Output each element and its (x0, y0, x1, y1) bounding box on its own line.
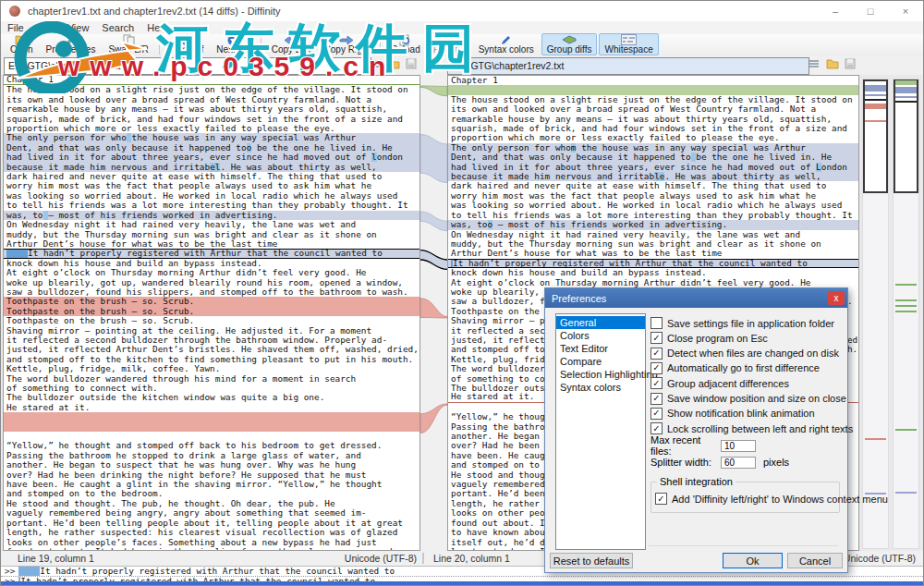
text-line[interactable]: He stood and thought. The pub, he though… (4, 499, 419, 508)
text-line[interactable]: proportion which more or less exactly fa… (448, 133, 858, 142)
save-file-icon[interactable] (406, 58, 417, 69)
selected-diff-line[interactable]: It hadn’t properly registered with Arthu… (448, 259, 858, 268)
overview-diff-mark[interactable] (865, 85, 886, 92)
text-line[interactable]: its own and looked over a broad spread o… (448, 104, 858, 114)
preferences-button[interactable]: Preferences (40, 33, 101, 55)
text-line[interactable]: The word bulldozer wandered through his … (4, 374, 419, 384)
menu-search[interactable]: Search (95, 22, 140, 33)
ok-button[interactable]: Ok (723, 553, 783, 568)
text-line[interactable]: portant. He’d been telling people about … (4, 519, 419, 528)
line-list-icon[interactable] (370, 58, 382, 69)
save-file-icon[interactable] (845, 58, 856, 69)
reset-defaults-button[interactable]: Reset to defaults (550, 553, 633, 568)
text-line[interactable]: over? Had he been drinking the night bef… (4, 470, 419, 480)
open-file-icon[interactable] (387, 58, 400, 69)
text-line[interactable]: because it made him nervous and irritabe… (4, 163, 419, 172)
menu-edit[interactable]: Edit (30, 22, 61, 33)
overview-diff-mark[interactable] (895, 429, 917, 431)
overview-diff-mark[interactable] (865, 438, 886, 440)
left-viewport-box[interactable] (863, 79, 888, 193)
menu-file[interactable]: File (1, 22, 30, 33)
menu-help[interactable]: Help (140, 22, 175, 33)
text-line[interactable]: On Wednesday night it had rained very he… (4, 220, 419, 229)
selected-diff-line[interactable]: It hadn’t properly registered with Arthu… (4, 249, 419, 258)
checked-checkbox[interactable]: ✓ (650, 348, 663, 360)
field-input[interactable]: 60 (721, 457, 756, 469)
text-line[interactable]: saw a bulldozer, found his slippers, and… (4, 287, 419, 297)
right-overview-strip[interactable] (893, 79, 919, 549)
text-line[interactable]: The house stood on a slight rise just on… (448, 95, 858, 104)
left-file-path-input[interactable]: E:\HGTG\chapter1rev1.txt (4, 57, 371, 75)
overview-diff-mark[interactable] (865, 99, 886, 101)
text-line[interactable]: dark haired and never quite at ease with… (4, 172, 419, 181)
overview-diff-mark[interactable] (895, 492, 917, 494)
text-line[interactable]: muddy, but the Thursday morning sun was … (448, 239, 858, 249)
left-text-pane[interactable]: Chapter 1The house stood on a slight ris… (3, 75, 420, 551)
minimize-button[interactable]: – (818, 1, 853, 21)
checked-checkbox[interactable]: ✓ (650, 362, 663, 374)
preferences-nav-selection-highlighting[interactable]: Selection Highlighting (556, 368, 645, 381)
text-line[interactable]: The only person for who the house was in… (4, 133, 419, 142)
unchecked-checkbox[interactable] (650, 317, 663, 329)
left-overview-strip[interactable] (862, 79, 889, 549)
text-line[interactable]: justed, it reflected Arthur Dent’s brist… (4, 345, 419, 354)
reload-button[interactable]: Reload (385, 33, 426, 55)
right-file-path-input[interactable]: E:\HGTG\chapter1rev2.txt (447, 57, 809, 75)
overview-diff-mark[interactable] (895, 87, 917, 93)
maximize-button[interactable]: □ (853, 1, 888, 21)
text-line[interactable]: Passing the bathroom he stopped to drink… (4, 451, 419, 460)
checked-checkbox[interactable]: ✓ (650, 332, 663, 344)
text-line[interactable]: remarkable house by any means – it was a… (4, 104, 419, 114)
text-line[interactable]: to tell his friends was a lot more inter… (448, 211, 858, 220)
text-line[interactable]: Dent, and that was only because it happe… (448, 153, 858, 162)
syntax-colors-button[interactable]: Syntax colors (473, 33, 540, 55)
text-line[interactable]: Dent, and that was only because it happe… (4, 143, 419, 153)
text-line[interactable]: another. He began to suspect that he was… (4, 460, 419, 470)
text-line[interactable]: On Wednesday night it had rained very he… (448, 230, 858, 239)
next-diff-button[interactable]: Next diff (211, 33, 256, 55)
overview-diff-mark[interactable] (895, 284, 917, 286)
checked-checkbox[interactable]: ✓ (650, 377, 663, 389)
line-list-icon[interactable] (808, 58, 821, 69)
checked-checkbox[interactable]: ✓ (650, 393, 663, 405)
text-line[interactable] (4, 422, 419, 432)
text-line[interactable]: dark haired and never quite at ease with… (448, 181, 858, 190)
text-line[interactable]: remarkable house by any means – it was a… (448, 115, 858, 124)
text-line[interactable]: Shaving mirror – pointing at the ceiling… (4, 326, 419, 336)
overview-diff-mark[interactable] (865, 94, 886, 96)
overview-diff-mark[interactable] (895, 299, 917, 301)
prev-diff-button[interactable]: Prev diff (164, 33, 210, 55)
text-line[interactable]: squarish, made of brick, and had four wi… (448, 124, 858, 133)
text-line[interactable]: looks on other people’s faces. Something… (4, 538, 419, 547)
group-diffs-button[interactable]: Group diffs (541, 33, 598, 55)
preferences-nav-general[interactable]: General (556, 316, 645, 329)
overview-diff-mark[interactable] (895, 80, 917, 85)
text-line[interactable]: vaguely remembered being angry, angry ab… (4, 508, 419, 518)
copy-left-button[interactable]: Copy Left (266, 33, 317, 55)
text-line[interactable]: had lived in it for about three years, e… (448, 163, 858, 172)
text-line[interactable]: Arthur Dent’s house for what was to be t… (4, 239, 419, 249)
swap-l-r-button[interactable]: Swap L/R (103, 33, 153, 55)
preferences-nav-colors[interactable]: Colors (556, 329, 645, 342)
text-line[interactable]: and stomped off to the kitchen to find s… (4, 355, 419, 364)
open-button[interactable]: Open (5, 33, 38, 55)
overview-diff-mark[interactable] (865, 104, 886, 109)
text-line[interactable]: Toothpaste on the brush – so. Scrub. (4, 297, 419, 306)
text-line[interactable]: and stomped on to the bedroom. (4, 489, 419, 498)
overview-diff-mark[interactable] (895, 101, 917, 103)
text-line[interactable]: Arthur Dent’s house for what was to be t… (448, 249, 858, 258)
menu-view[interactable]: View (61, 22, 96, 33)
text-line[interactable] (4, 432, 419, 441)
cancel-button[interactable]: Cancel (787, 553, 843, 568)
overview-diff-mark[interactable] (865, 120, 886, 122)
text-line[interactable]: length, he rather suspected: his cleares… (4, 528, 419, 537)
text-line[interactable]: was looking so worried about. He worked … (4, 191, 419, 201)
text-line[interactable]: The only person for whom the house was i… (448, 143, 858, 153)
text-line[interactable]: knock down his house and build an bypass… (448, 268, 858, 277)
text-line[interactable]: Toothpaste on the brush – so. Scrub. (4, 316, 419, 325)
text-line[interactable]: was, too – most of his friends worked in… (448, 220, 858, 229)
text-line[interactable]: woke up blearily, got up, wandered blear… (4, 278, 419, 287)
text-line[interactable]: muddy, but the Thursday morning sun was … (4, 230, 419, 239)
text-line[interactable]: At eight o’clock on Thursday morning Art… (4, 268, 419, 277)
text-line[interactable]: squarish, made of brick, and had four wi… (4, 115, 419, 124)
